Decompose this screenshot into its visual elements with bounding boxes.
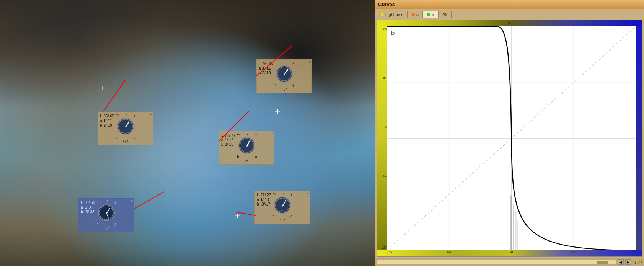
top-arrow: ▼ bbox=[508, 21, 512, 25]
info-box-3[interactable]: × L77/ 77 a1/ 12 b2/ 18 m/y bg / c \ bbox=[219, 131, 274, 165]
x-axis: 127 64 -0 -64 -128 bbox=[387, 250, 636, 256]
right-gradient-bar bbox=[636, 26, 642, 250]
close-button-5[interactable]: × bbox=[307, 191, 309, 195]
svg-point-2 bbox=[284, 73, 285, 75]
y-label-128-neg: -128 bbox=[378, 27, 387, 31]
lightness-dot bbox=[381, 13, 384, 16]
svg-text:b: b bbox=[391, 29, 395, 36]
x-label-128-neg: -128 bbox=[629, 250, 636, 254]
info-text-1: L45/ 45 a1/ 11 b2/ 19 bbox=[259, 61, 273, 91]
crosshair-3 bbox=[235, 214, 240, 218]
a-dot bbox=[412, 13, 415, 16]
tab-a-label: a bbox=[416, 12, 419, 17]
info-box-1[interactable]: × L45/ 45 a1/ 11 b2/ 19 m/y bg / c \ bbox=[256, 59, 312, 93]
dial-area-5: m/y bg / c \ bbox=[272, 192, 292, 223]
dial-area-4: m/y bg / c \ bbox=[96, 200, 116, 230]
x-label-127: 127 bbox=[387, 250, 393, 254]
svg-point-5 bbox=[125, 126, 127, 127]
chart-svg[interactable]: b bbox=[387, 26, 636, 250]
svg-point-8 bbox=[246, 145, 248, 146]
svg-rect-29 bbox=[513, 204, 514, 250]
close-button-1[interactable]: × bbox=[309, 60, 311, 64]
x-label-0: -0 bbox=[510, 250, 513, 254]
scroll-left-button[interactable]: ◀ bbox=[618, 259, 624, 265]
image-panel: × L45/ 45 a1/ 11 b2/ 19 m/y bg / c \ bbox=[0, 0, 375, 266]
y-label-64-neg: -64 bbox=[378, 76, 387, 80]
x-label-64: 64 bbox=[447, 250, 451, 254]
curves-tabs: Lightness a b All bbox=[375, 9, 644, 18]
tab-all-label: All bbox=[442, 12, 447, 17]
zoom-value: 7.77 bbox=[634, 260, 642, 264]
y-label-0: -0 bbox=[378, 125, 387, 129]
y-label-64: 64 bbox=[378, 174, 387, 178]
dial-area-2: m/y bg / c \ bbox=[116, 113, 135, 144]
svg-point-11 bbox=[106, 212, 108, 214]
scroll-right-button[interactable]: ▶ bbox=[625, 259, 631, 265]
image-overlay bbox=[0, 0, 375, 266]
svg-point-12 bbox=[276, 198, 289, 212]
info-box-2[interactable]: × L66/ 66 a1/ 11 b2/ 19 m/y bg / c \ bbox=[98, 112, 153, 145]
svg-point-0 bbox=[277, 67, 291, 81]
tab-b-label: b bbox=[432, 12, 434, 17]
dial-area-1: m/y bg / c \ bbox=[274, 61, 294, 91]
curves-title: Curves bbox=[375, 0, 644, 9]
svg-point-3 bbox=[119, 119, 132, 133]
scrollbar-area: ◀ ▶ 7.77 bbox=[375, 258, 644, 266]
info-box-5[interactable]: × L27/ 27 a1/ 10 b-3/-17 m/y bg / c \ bbox=[254, 191, 310, 224]
svg-rect-30 bbox=[515, 212, 517, 250]
svg-point-14 bbox=[282, 204, 284, 206]
dial-area-3: m/y bg / c \ bbox=[237, 132, 257, 163]
curves-chart[interactable]: ▼ -128 -64 -0 64 127 127 64 -0 -64 -128 bbox=[377, 20, 642, 257]
info-box-4[interactable]: × L50/ 50 a0/ 3 b-5/-38 m/y bg / c \ bbox=[78, 198, 134, 232]
b-dot bbox=[427, 13, 430, 16]
close-button-3[interactable]: × bbox=[271, 132, 273, 135]
tab-a[interactable]: a bbox=[408, 11, 423, 18]
chart-inner[interactable]: -128 -64 -0 64 127 127 64 -0 -64 -128 bbox=[387, 26, 636, 250]
tab-lightness-label: Lightness bbox=[385, 12, 403, 17]
scrollbar-thumb[interactable] bbox=[597, 261, 608, 264]
info-text-2: L66/ 66 a1/ 11 b2/ 19 bbox=[100, 113, 114, 144]
info-text-4: L50/ 50 a0/ 3 b-5/-38 bbox=[81, 200, 95, 230]
curves-panel: Curves Lightness a b All bbox=[375, 0, 644, 266]
info-text-5: L27/ 27 a1/ 10 b-3/-17 bbox=[257, 192, 271, 223]
scrollbar-track[interactable] bbox=[377, 260, 616, 264]
x-label-64-neg: -64 bbox=[571, 250, 576, 254]
svg-point-6 bbox=[240, 139, 254, 152]
svg-point-9 bbox=[99, 206, 113, 220]
crosshair-2 bbox=[275, 109, 280, 114]
svg-rect-31 bbox=[517, 221, 518, 250]
close-button-2[interactable]: × bbox=[150, 113, 152, 116]
crosshair-1 bbox=[100, 86, 105, 90]
svg-rect-28 bbox=[510, 196, 512, 250]
curves-area: ▼ -128 -64 -0 64 127 127 64 -0 -64 -128 bbox=[375, 18, 644, 266]
y-axis: -128 -64 -0 64 127 bbox=[378, 26, 387, 250]
tab-b[interactable]: b bbox=[423, 11, 438, 18]
close-button-4[interactable]: × bbox=[131, 199, 133, 203]
tab-all[interactable]: All bbox=[438, 11, 451, 18]
y-label-127: 127 bbox=[378, 246, 387, 250]
tab-lightness[interactable]: Lightness bbox=[377, 11, 408, 18]
